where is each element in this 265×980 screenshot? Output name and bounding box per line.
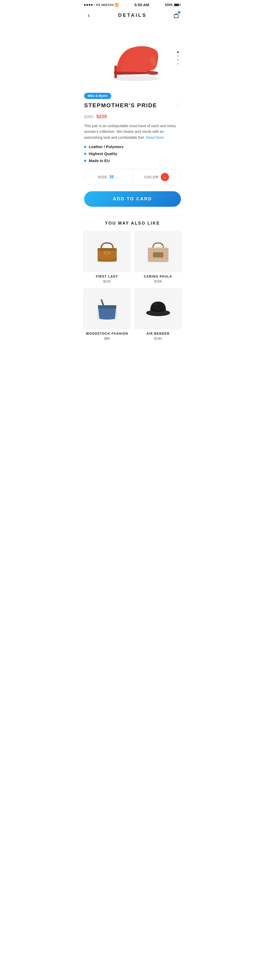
rec-price-0: $220	[84, 279, 130, 283]
feature-label-3: Made In EU	[89, 158, 110, 163]
back-button[interactable]: ‹	[84, 11, 93, 20]
color-chevron-icon: ⌄	[163, 175, 166, 179]
color-label: COLOR	[144, 175, 159, 179]
bag1-illustration	[93, 237, 121, 266]
cart-badge	[178, 11, 180, 14]
brand-label: Mike & Myers	[84, 93, 111, 99]
price-row: $380 $220	[84, 114, 181, 119]
rec-image-caring-paula	[134, 231, 182, 272]
rec-name-3: AIR BENDER	[135, 332, 181, 336]
image-indicator-dots	[177, 51, 179, 65]
hat-illustration	[144, 294, 172, 323]
brand-tag: Mike & Myers	[79, 93, 186, 102]
rec-price-1: $108	[135, 279, 181, 283]
rec-card-caring-paula[interactable]: CARING PAULA $108	[134, 231, 182, 285]
rec-info-air-bender: AIR BENDER $190	[134, 329, 182, 342]
rec-card-woodstock[interactable]: WOODSTOCK FASHION $89	[83, 288, 131, 342]
dot-1[interactable]	[177, 51, 179, 53]
rec-card-first-lady[interactable]: FIRST LADY $220	[83, 231, 131, 285]
rec-image-woodstock	[83, 288, 131, 329]
rec-info-caring-paula: CARING PAULA $108	[134, 272, 182, 285]
product-name-row: STEPMOTHER'S PRIDE ♡	[84, 102, 181, 111]
size-dropdown-icon: ⌄	[116, 175, 119, 179]
color-selector[interactable]: COLOR ⌄	[133, 169, 181, 185]
feature-label-1: Leather / Polymers	[89, 145, 123, 149]
features-list: Leather / Polymers Highest Quality Made …	[84, 145, 181, 163]
wifi-icon: 📶	[115, 3, 119, 7]
rec-name-1: CARING PAULA	[135, 275, 181, 278]
selectors-row: SIZE 38 ⌄ COLOR ⌄	[84, 169, 181, 185]
feature-dot-2	[84, 153, 86, 155]
feature-item-2: Highest Quality	[84, 151, 181, 156]
bag3-illustration	[93, 294, 121, 323]
rec-info-woodstock: WOODSTOCK FASHION $89	[83, 329, 131, 342]
status-right: 100%	[164, 3, 181, 7]
wishlist-button[interactable]: ♡	[172, 102, 181, 111]
size-label: SIZE	[98, 175, 107, 179]
section-divider	[79, 215, 186, 215]
page-title: DETAILS	[118, 13, 147, 18]
dot-3[interactable]	[177, 59, 179, 61]
svg-rect-18	[153, 252, 163, 258]
rec-price-2: $89	[84, 336, 130, 340]
feature-dot-3	[84, 160, 86, 162]
feature-dot-1	[84, 146, 86, 148]
feature-item-1: Leather / Polymers	[84, 145, 181, 149]
carrier-label: PS SKETCH	[96, 3, 113, 6]
svg-rect-24	[98, 305, 116, 308]
product-image	[99, 28, 166, 85]
size-selector[interactable]: SIZE 38 ⌄	[85, 169, 133, 185]
signal-dots	[84, 4, 95, 6]
product-info: STEPMOTHER'S PRIDE ♡ $380 $220 This pair…	[79, 102, 186, 215]
rec-price-3: $190	[135, 336, 181, 340]
svg-point-1	[113, 76, 160, 81]
cart-button[interactable]	[172, 11, 181, 20]
color-dropdown-button[interactable]: ⌄	[161, 173, 169, 181]
feature-item-3: Made In EU	[84, 158, 181, 163]
rec-name-2: WOODSTOCK FASHION	[84, 332, 130, 336]
status-left: PS SKETCH 📶	[84, 3, 119, 7]
shoe-illustration	[99, 31, 166, 83]
rec-card-air-bender[interactable]: AIR BENDER $190	[134, 288, 182, 342]
svg-rect-0	[174, 14, 178, 18]
back-icon: ‹	[88, 11, 90, 19]
recommendations-grid: FIRST LADY $220	[83, 231, 182, 342]
status-bar: PS SKETCH 📶 5:50 AM 100%	[79, 0, 186, 8]
rec-image-air-bender	[134, 288, 182, 329]
rec-name-0: FIRST LADY	[84, 275, 130, 278]
recommendations-title: YOU MAY ALSO LIKE	[83, 221, 182, 226]
svg-rect-5	[97, 248, 117, 251]
original-price: $380	[84, 115, 93, 119]
header: ‹ DETAILS	[79, 8, 186, 23]
product-description: This pair is an undisputable must-have o…	[84, 123, 181, 140]
rec-info-first-lady: FIRST LADY $220	[83, 272, 131, 285]
battery-icon	[174, 3, 181, 6]
svg-rect-7	[106, 252, 109, 253]
product-image-area	[79, 23, 186, 93]
battery-label: 100%	[164, 3, 172, 7]
dot-2[interactable]	[177, 55, 179, 57]
rec-image-first-lady	[83, 231, 131, 272]
size-value: 38	[109, 175, 114, 179]
recommendations-section: YOU MAY ALSO LIKE	[79, 221, 186, 350]
product-title: STEPMOTHER'S PRIDE	[84, 102, 172, 109]
bag2-illustration	[144, 237, 172, 266]
add-to-cart-button[interactable]: ADD TO CARD	[84, 191, 181, 207]
time-label: 5:50 AM	[134, 3, 149, 7]
read-more-link[interactable]: Read More	[146, 135, 164, 140]
feature-label-2: Highest Quality	[89, 151, 117, 156]
heart-icon: ♡	[176, 103, 181, 109]
dot-4[interactable]	[177, 63, 179, 65]
sale-price: $220	[97, 114, 107, 119]
